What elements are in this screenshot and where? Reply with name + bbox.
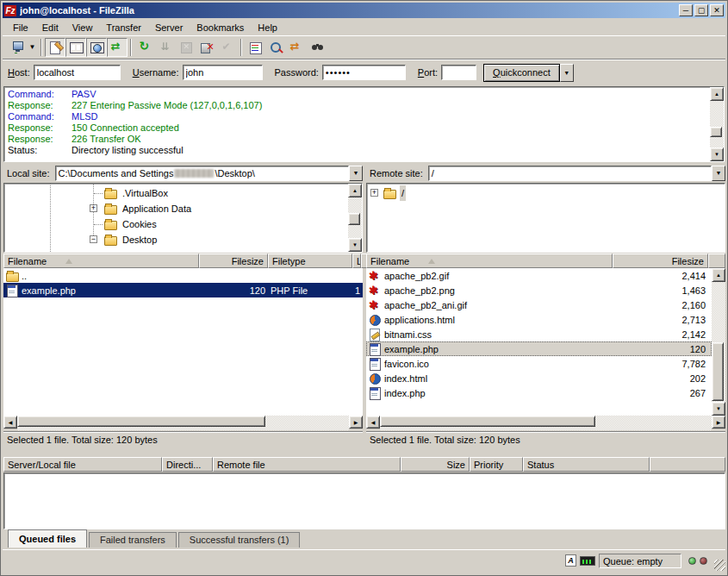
host-input[interactable] [34, 65, 121, 80]
scroll-up-icon[interactable]: ▲ [710, 87, 724, 101]
scroll-down-icon[interactable]: ▼ [712, 402, 725, 416]
queue-column-remote-file[interactable]: Remote file [213, 457, 401, 472]
quickconnect-dropdown[interactable]: ▼ [560, 64, 574, 82]
refresh-button[interactable] [134, 38, 155, 57]
scrollbar-thumb[interactable] [380, 416, 595, 427]
quickconnect-button[interactable]: Quickconnect [483, 64, 560, 82]
maximize-button[interactable]: ▢ [694, 4, 708, 16]
file-row[interactable]: applications.html2,713 [366, 312, 712, 327]
scrollbar-thumb[interactable] [348, 213, 360, 225]
local-horizontal-scrollbar[interactable]: ◀ ▶ [3, 416, 363, 430]
queue-column-directi-[interactable]: Directi... [162, 457, 213, 472]
scroll-up-icon[interactable]: ▲ [348, 184, 362, 197]
tree-item-label[interactable]: Cookies [121, 216, 159, 232]
tab-successful-transfers-1-[interactable]: Successful transfers (1) [178, 532, 301, 548]
menu-bookmarks[interactable]: Bookmarks [190, 21, 251, 34]
minimize-button[interactable]: ─ [679, 4, 693, 16]
scroll-up-icon[interactable]: ▲ [712, 268, 725, 282]
file-row[interactable]: bitnami.css2,142 [366, 327, 712, 341]
tree-item[interactable]: Cookies [4, 216, 348, 232]
menu-file[interactable]: File [6, 21, 35, 34]
toggle-local-tree-button[interactable] [65, 38, 86, 57]
local-path[interactable]: C:\Documents and Settings\Desktop\ [55, 166, 349, 181]
tree-item-label[interactable]: Application Data [121, 201, 193, 216]
toggle-transfer-queue-button[interactable] [107, 38, 128, 57]
tree-item-label[interactable]: Desktop [121, 232, 159, 247]
menu-view[interactable]: View [65, 21, 100, 34]
message-log-scrollbar[interactable]: ▲ ▼ [710, 87, 724, 161]
close-button[interactable]: ✕ [710, 4, 724, 16]
title-bar[interactable]: Fz john@localhost - FileZilla ─ ▢ ✕ [3, 3, 725, 18]
scrollbar-thumb[interactable] [710, 127, 722, 137]
menu-edit[interactable]: Edit [35, 21, 65, 34]
site-manager-button[interactable] [6, 38, 27, 57]
port-input[interactable] [441, 65, 476, 80]
tree-item-label[interactable]: .VirtualBox [121, 185, 170, 201]
tree-item[interactable]: +Application Data [4, 201, 348, 216]
scroll-down-icon[interactable]: ▼ [710, 147, 724, 161]
local-site-combo[interactable]: C:\Documents and Settings\Desktop\ ▼ [55, 166, 363, 181]
file-row[interactable]: apache_pb2.png1,463 [366, 283, 712, 297]
scrollbar-thumb[interactable] [712, 342, 724, 401]
remote-site-combo[interactable]: / ▼ [428, 166, 725, 181]
reconnect-button[interactable] [217, 38, 238, 57]
site-manager-dropdown-icon[interactable]: ▼ [27, 38, 38, 57]
file-row[interactable]: example.php120 [366, 341, 712, 356]
scroll-left-icon[interactable]: ◀ [3, 416, 17, 429]
queue-column-size[interactable]: Size [401, 457, 470, 472]
menu-transfer[interactable]: Transfer [99, 21, 148, 34]
menu-help[interactable]: Help [251, 21, 284, 34]
file-row[interactable]: apache_pb2_ani.gif2,160 [366, 297, 712, 312]
username-input[interactable] [183, 65, 263, 80]
cancel-operation-button[interactable] [176, 38, 196, 57]
tab-queued-files[interactable]: Queued files [8, 529, 87, 548]
scrollbar-thumb[interactable] [17, 416, 265, 427]
process-queue-button[interactable] [155, 38, 176, 57]
column-header-filesize[interactable]: Filesize [199, 254, 268, 268]
file-row[interactable]: apache_pb2.gif2,414 [366, 268, 712, 283]
queue-column-priority[interactable]: Priority [470, 457, 523, 472]
tree-item[interactable]: −Desktop [4, 232, 348, 247]
file-row[interactable]: .. [3, 268, 363, 283]
scroll-down-icon[interactable]: ▼ [348, 238, 362, 252]
remote-path[interactable]: / [428, 166, 712, 181]
queue-column-server-local-file[interactable]: Server/Local file [3, 457, 162, 472]
queue-column-status[interactable]: Status [523, 457, 650, 472]
chevron-down-icon[interactable]: ▼ [712, 166, 725, 181]
directory-filters-button[interactable] [245, 38, 265, 57]
column-header-filetype[interactable]: Filetype [268, 254, 352, 268]
chevron-down-icon[interactable]: ▼ [349, 166, 363, 181]
collapse-icon[interactable]: − [90, 235, 97, 243]
transfer-queue-list[interactable] [3, 473, 725, 529]
menu-server[interactable]: Server [148, 21, 190, 34]
file-row[interactable]: index.html202 [366, 371, 712, 385]
column-header-filesize[interactable]: Filesize [613, 254, 708, 268]
tree-item[interactable]: .VirtualBox [4, 185, 348, 201]
scroll-right-icon[interactable]: ▶ [349, 416, 363, 429]
file-row[interactable]: example.php120PHP File1 [3, 283, 363, 297]
directory-comparison-button[interactable] [265, 38, 286, 57]
tree-item-root[interactable]: + / [367, 185, 725, 201]
expand-icon[interactable]: + [370, 189, 378, 197]
file-row[interactable]: index.php267 [366, 385, 712, 400]
local-tree-scrollbar[interactable]: ▲ ▼ [348, 184, 362, 252]
column-header-filename[interactable]: Filename [3, 254, 199, 268]
file-type [268, 268, 352, 283]
synchronized-browsing-button[interactable] [286, 38, 307, 57]
toggle-remote-tree-button[interactable] [86, 38, 107, 57]
column-header-l[interactable]: L [352, 254, 361, 268]
file-row[interactable]: favicon.ico7,782 [366, 356, 712, 371]
tree-item-label[interactable]: / [400, 185, 406, 201]
expand-icon[interactable]: + [90, 204, 97, 212]
column-header-filename[interactable]: Filename [366, 254, 613, 268]
remote-list-scrollbar[interactable]: ▲ ▼ [712, 268, 725, 416]
disconnect-button[interactable] [196, 38, 217, 57]
scroll-left-icon[interactable]: ◀ [366, 416, 380, 429]
resize-grip[interactable] [714, 560, 725, 571]
scroll-right-icon[interactable]: ▶ [712, 416, 725, 429]
tab-failed-transfers[interactable]: Failed transfers [89, 532, 177, 548]
find-files-button[interactable] [307, 38, 327, 57]
toggle-message-log-button[interactable] [45, 38, 65, 57]
remote-horizontal-scrollbar[interactable]: ◀ ▶ [366, 416, 725, 430]
password-input[interactable] [322, 65, 406, 80]
